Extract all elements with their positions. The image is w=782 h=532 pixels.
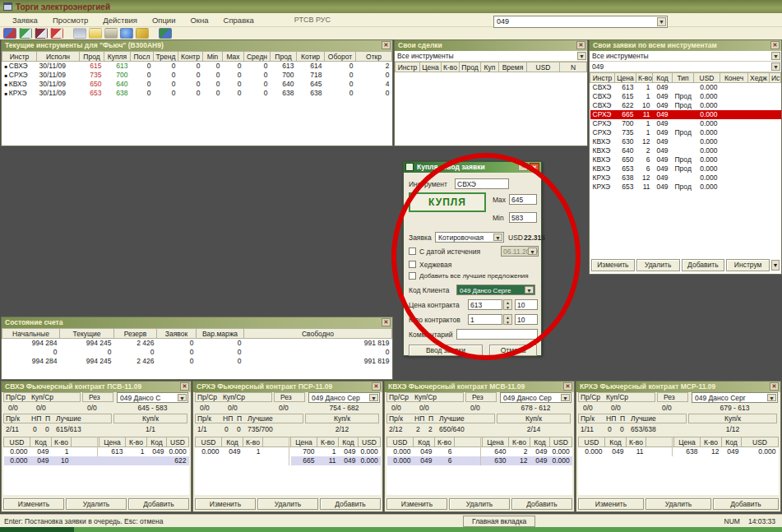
table-cell[interactable]: 0 — [325, 71, 356, 80]
table-cell[interactable]: 0.000 — [694, 173, 720, 183]
table-cell[interactable]: 049 — [530, 447, 550, 456]
price-step-field[interactable]: 10 — [515, 299, 538, 310]
table-cell[interactable]: 622 — [615, 101, 636, 110]
column-header[interactable]: Откр — [356, 52, 392, 62]
table-row[interactable]: 64020490.000 — [483, 447, 572, 456]
table-cell[interactable]: 0 — [178, 80, 203, 89]
column-header[interactable]: Инстр — [590, 73, 615, 83]
column-header[interactable]: К-во — [126, 437, 147, 447]
delete-button[interactable]: Удалить — [636, 259, 680, 271]
table-cell[interactable]: 615 — [80, 62, 104, 71]
table-cell[interactable]: 049 — [653, 92, 673, 101]
column-header[interactable]: Котир — [297, 52, 325, 62]
window-titlebar[interactable]: Свои заявки по всем инструментам ✕ — [590, 40, 781, 51]
panel-button[interactable]: Удалить — [66, 498, 127, 510]
table-cell[interactable]: 0 — [2, 348, 60, 357]
table-cell[interactable]: Прод — [673, 101, 694, 110]
account-table[interactable]: НачальныеТекущиеРезервЗаявокВар.маржаСво… — [2, 328, 392, 366]
column-header[interactable]: Код — [653, 73, 673, 83]
table-cell[interactable]: 1 — [317, 447, 339, 456]
table-cell[interactable]: 0 — [157, 339, 197, 348]
column-header[interactable]: К-во — [435, 437, 455, 447]
table-cell[interactable]: 615 — [615, 92, 636, 101]
table-cell[interactable]: 4 — [356, 80, 392, 89]
panel-button[interactable]: Удалить — [449, 498, 510, 510]
chevron-down-icon[interactable]: ▼ — [771, 62, 780, 71]
table-cell[interactable] — [748, 128, 770, 137]
table-cell[interactable]: 0 — [197, 348, 244, 357]
table-cell[interactable]: 049 — [653, 137, 673, 146]
chevron-down-icon[interactable]: ▼ — [561, 394, 570, 401]
table-cell[interactable]: 049 — [30, 456, 52, 465]
table-cell[interactable] — [770, 155, 781, 164]
table-cell[interactable] — [748, 110, 770, 119]
table-row[interactable]: 638120490.000 — [674, 447, 779, 456]
table-cell[interactable]: 049 — [653, 173, 673, 183]
table-cell[interactable]: 6 — [435, 456, 455, 465]
panel-button[interactable]: Удалить — [257, 498, 318, 510]
add-best-checkbox[interactable] — [409, 272, 416, 280]
table-cell[interactable]: 11 — [636, 110, 653, 119]
panel-button[interactable]: Удалить — [645, 498, 711, 510]
table-cell[interactable]: 11 — [317, 456, 339, 465]
column-header[interactable]: Код — [222, 437, 243, 447]
table-cell[interactable]: 700 — [271, 71, 297, 80]
table-cell[interactable]: 614 — [297, 62, 325, 71]
table-cell[interactable]: 0.000 — [694, 119, 720, 128]
table-cell[interactable]: 735 — [615, 128, 636, 137]
menu-item[interactable]: Опции — [145, 14, 183, 26]
table-cell[interactable] — [720, 155, 748, 164]
table-cell[interactable]: 049 — [653, 83, 673, 92]
table-row[interactable]: 630120490.000 — [483, 456, 572, 465]
column-header[interactable]: N — [560, 62, 587, 72]
column-header[interactable]: Средн — [244, 52, 271, 62]
table-cell[interactable]: СРХЭ — [2, 71, 37, 80]
column-header[interactable]: Код — [605, 437, 627, 447]
table-row[interactable]: СВХЭ61310490.000 — [590, 83, 781, 92]
close-icon[interactable]: ✕ — [770, 41, 780, 49]
table-cell[interactable] — [673, 146, 694, 155]
column-header[interactable]: Свободно — [244, 329, 392, 339]
table-cell[interactable] — [720, 137, 748, 146]
column-header[interactable]: Конеч — [720, 73, 748, 83]
buy-orders-table[interactable]: ЦенаК-воКодUSD70010490.000665110490.000 — [289, 437, 381, 465]
table-row[interactable]: КВХЭ30/11/0965064000000064064504 — [2, 80, 392, 89]
table-cell[interactable]: 049 — [339, 447, 359, 456]
chevron-down-icon[interactable]: ▼ — [493, 234, 502, 241]
table-icon[interactable] — [104, 28, 118, 39]
table-cell[interactable]: 650 — [615, 155, 636, 164]
trades-filter-combo[interactable]: Все инструменты ▼ — [395, 51, 587, 62]
table-cell[interactable]: 1 — [243, 447, 263, 456]
table-cell[interactable]: 0 — [60, 348, 114, 357]
table-cell[interactable]: 0.000 — [359, 456, 381, 465]
table-cell[interactable]: 0.000 — [694, 101, 720, 110]
comment-field[interactable] — [456, 329, 538, 340]
table-cell[interactable]: 640 — [271, 80, 297, 89]
table-cell[interactable]: 994 245 — [60, 357, 114, 366]
column-header[interactable]: Контр — [178, 52, 203, 62]
table-cell[interactable]: 700 — [104, 71, 131, 80]
column-header[interactable]: Начальные — [2, 329, 60, 339]
orders-account-combo[interactable]: 049 ▼ — [590, 62, 781, 72]
table-cell[interactable]: 994 245 — [60, 339, 114, 348]
close-icon[interactable]: ✕ — [576, 41, 585, 49]
column-header[interactable]: Купля — [104, 52, 131, 62]
menu-item[interactable]: Окна — [183, 14, 215, 26]
table-cell[interactable] — [770, 119, 781, 128]
table-cell[interactable]: 613 — [99, 447, 126, 456]
table-row[interactable]: КРХЭ638120490.000 — [590, 173, 781, 183]
window-titlebar[interactable]: КРХЭ Фьючерсный контракт МСР-11.09 ✕ — [576, 382, 780, 392]
table-cell[interactable]: 0.000 — [387, 456, 414, 465]
column-header[interactable]: USD — [694, 73, 720, 83]
column-header[interactable]: К-во — [509, 437, 530, 447]
table-cell[interactable] — [673, 137, 694, 146]
qty-step-field[interactable]: 10 — [515, 314, 538, 325]
table-cell[interactable]: 11 — [636, 183, 653, 192]
table-cell[interactable]: 0 — [178, 89, 203, 98]
panel-button[interactable]: Изменить — [3, 498, 64, 510]
close-icon[interactable]: ✕ — [180, 382, 189, 391]
table-cell[interactable] — [673, 173, 694, 183]
table-cell[interactable]: 049 — [653, 164, 673, 173]
window-titlebar[interactable]: СВХЭ Фьючерсный контракт ПСВ-11.09 ✕ — [2, 382, 191, 392]
table-cell[interactable]: 645 — [297, 80, 325, 89]
